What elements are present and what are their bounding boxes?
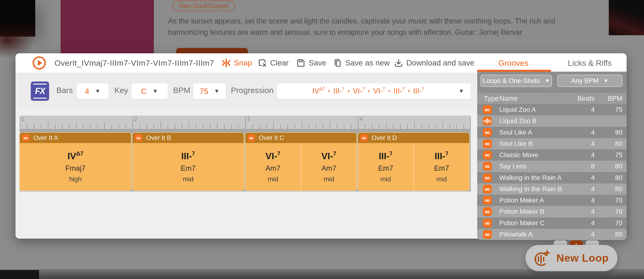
clip-body: VI-7Am7midVI-7Am7mid xyxy=(245,143,356,190)
chord-roman-numeral: III-7 xyxy=(435,151,448,161)
snap-button[interactable]: Snap xyxy=(222,53,252,72)
bars-dropdown[interactable]: 4 ▼ xyxy=(77,83,108,99)
row-beats: 4 xyxy=(591,106,595,114)
ruler-bar-number: 4 xyxy=(360,116,363,122)
row-name: Potion Maker A xyxy=(499,196,544,204)
table-row[interactable]: ∞Walking in the Rain A480 xyxy=(477,172,626,184)
loop-type-icon: ∞ xyxy=(483,128,492,137)
download-label: Download and save xyxy=(406,58,474,68)
progression-dropdown[interactable]: IVΔ7•III-7•VI-7•VI-7•III-7•III-7 ▼ xyxy=(277,83,471,99)
pack-description-line2: harmonizing textures are warm and sensua… xyxy=(168,27,588,38)
new-loop-label: New Loop xyxy=(556,252,609,264)
fx-button[interactable]: FX xyxy=(31,82,49,101)
loop-icon: ∞ xyxy=(248,134,255,142)
progression-separator: • xyxy=(368,88,370,94)
genre-tag: Neo-Soul/Gospel xyxy=(172,1,235,11)
table-row[interactable]: ∞Liquid Zoo A475 xyxy=(477,104,626,115)
save-as-new-label: Save as new xyxy=(345,58,390,68)
clip-body: IVΔ7Fmaj7high xyxy=(20,143,131,190)
grooves-sidebar: Loops & One-Shots ▼ Any BPM ▼ Type Name … xyxy=(477,72,626,240)
clip-over-it-b[interactable]: ∞Over It BIII-7Em7mid xyxy=(132,133,244,190)
chord-register: mid xyxy=(324,176,334,183)
chord-cell[interactable]: IVΔ7Fmaj7high xyxy=(20,143,131,190)
row-bpm: 75 xyxy=(615,151,622,159)
table-row[interactable]: ∞Potion Maker A470 xyxy=(477,195,626,206)
type-filter-dropdown[interactable]: Loops & One-Shots ▼ xyxy=(480,75,552,87)
row-beats: 4 xyxy=(591,208,595,215)
chord-name: Am7 xyxy=(266,164,280,172)
bpm-filter-dropdown[interactable]: Any BPM ▼ xyxy=(557,75,622,87)
chord-cell[interactable]: III-7Em7mid xyxy=(358,143,413,190)
table-row[interactable]: ∞Pillowtalk A480 xyxy=(477,229,626,240)
chord-cell[interactable]: VI-7Am7mid xyxy=(301,143,356,190)
clear-icon xyxy=(258,58,267,68)
table-row[interactable]: ∞Walking in the Rain B480 xyxy=(477,184,626,195)
row-name: Potion Maker C xyxy=(499,219,545,227)
background-card-right xyxy=(609,0,644,35)
table-row[interactable]: ∞Soul Like B480 xyxy=(477,138,626,149)
row-name: Liquid Zoo A xyxy=(499,106,536,114)
table-row[interactable]: ∞Potion Maker B470 xyxy=(477,206,626,217)
chord-name: Em7 xyxy=(180,164,196,172)
new-loop-button[interactable]: New Loop xyxy=(526,245,618,271)
clip-header: ∞Over It D xyxy=(358,133,469,143)
clip-name: Over It B xyxy=(146,134,171,142)
album-art-sunset xyxy=(60,0,154,53)
loop-type-icon: ∞ xyxy=(483,230,492,239)
bpm-value: 75 xyxy=(200,87,208,96)
chord-cell[interactable]: III-7Em7mid xyxy=(132,143,244,190)
chevron-down-icon: ▼ xyxy=(545,78,550,84)
clip-name: Over It C xyxy=(259,134,284,142)
clear-button[interactable]: Clear xyxy=(258,53,289,72)
progression-chord: IVΔ7 xyxy=(312,87,325,95)
clip-over-it-d[interactable]: ∞Over It DIII-7Em7midIII-7Em7mid xyxy=(358,133,469,190)
chord-cell[interactable]: VI-7Am7mid xyxy=(245,143,301,190)
table-row[interactable]: ∞Potion Maker C470 xyxy=(477,218,626,229)
editor-toolbar: OverIt_IVmaj7-IIIm7-VIm7-VIm7-IIIm7-IIIm… xyxy=(16,53,626,72)
progression-chord: III-7 xyxy=(333,87,344,95)
download-and-save-button[interactable]: Download and save xyxy=(394,53,474,72)
ruler-bar-number: 2 xyxy=(134,116,137,122)
save-label: Save xyxy=(308,58,326,68)
table-row[interactable]: ∞Soul Like A480 xyxy=(477,127,626,138)
row-beats: 4 xyxy=(591,151,595,159)
chord-name: Em7 xyxy=(434,164,449,172)
clip-header: ∞Over It B xyxy=(132,133,244,143)
fx-label: FX xyxy=(35,86,45,96)
chord-roman-numeral: III-7 xyxy=(181,151,195,161)
save-icon xyxy=(296,58,305,68)
progression-chord: III-7 xyxy=(413,87,424,95)
bars-label: Bars xyxy=(56,86,73,95)
chord-name: Fmaj7 xyxy=(65,164,86,172)
row-beats: 4 xyxy=(591,174,595,182)
row-beats: 4 xyxy=(591,196,595,204)
snap-icon xyxy=(222,58,231,68)
table-row[interactable]: ∞Say Less880 xyxy=(477,161,626,172)
clip-over-it-a[interactable]: ∞Over It AIVΔ7Fmaj7high xyxy=(20,133,131,190)
clip-over-it-c[interactable]: ∞Over It CVI-7Am7midVI-7Am7mid xyxy=(245,133,356,190)
column-header-name: Name xyxy=(499,95,518,102)
chevron-down-icon: ▼ xyxy=(603,78,608,84)
row-name: Walking in the Rain A xyxy=(499,174,562,182)
chevron-down-icon: ▼ xyxy=(95,88,100,94)
save-as-new-button[interactable]: Save as new xyxy=(333,53,390,72)
timeline-ruler[interactable]: 1234 xyxy=(20,116,471,129)
bpm-dropdown[interactable]: 75 ▼ xyxy=(193,83,226,99)
chord-roman-numeral: IVΔ7 xyxy=(68,151,84,161)
play-button[interactable] xyxy=(32,56,46,70)
row-name: Walking in the Rain B xyxy=(499,185,562,193)
key-dropdown[interactable]: C ▼ xyxy=(131,83,168,99)
save-button[interactable]: Save xyxy=(296,53,326,72)
table-row[interactable]: ∞Classic Move475 xyxy=(477,149,626,161)
chord-cell[interactable]: III-7Em7mid xyxy=(413,143,469,190)
loop-type-icon: ∞ xyxy=(483,173,492,182)
tab-grooves-label: Grooves xyxy=(498,58,529,68)
clip-header: ∞Over It C xyxy=(245,133,356,143)
tab-licks-riffs[interactable]: Licks & Riffs xyxy=(563,53,617,72)
progression-value: IVΔ7•III-7•VI-7•VI-7•III-7•III-7 xyxy=(284,87,453,95)
row-bpm: 80 xyxy=(615,162,622,170)
table-row[interactable]: LIquid Zoo B xyxy=(477,115,626,126)
clip-body: III-7Em7mid xyxy=(132,143,244,190)
row-bpm: 70 xyxy=(615,219,622,227)
loop-title: OverIt_IVmaj7-IIIm7-VIm7-VIm7-IIIm7-IIIm… xyxy=(54,53,214,72)
